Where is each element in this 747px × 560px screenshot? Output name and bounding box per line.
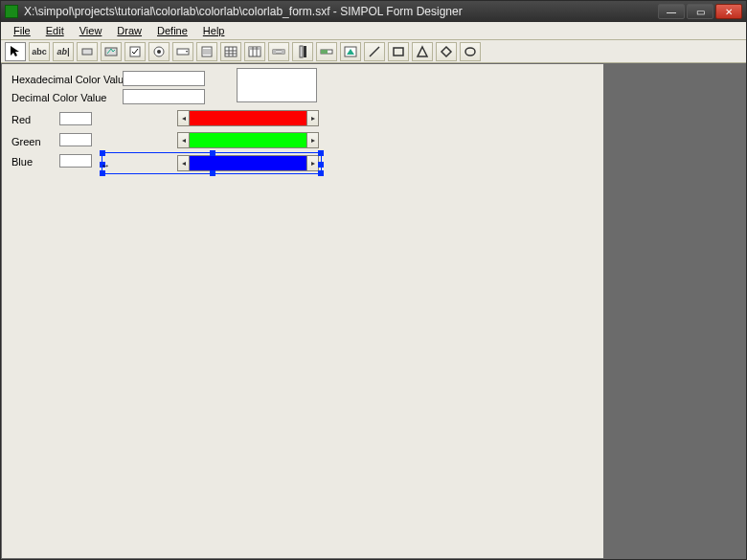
svg-rect-0 — [82, 49, 92, 55]
field-red[interactable] — [59, 112, 92, 125]
svg-rect-23 — [304, 46, 306, 57]
svg-rect-22 — [300, 46, 303, 57]
field-green[interactable] — [59, 133, 92, 146]
scroll-right-green[interactable]: ▸ — [306, 132, 319, 148]
label-blue: Blue — [11, 156, 33, 168]
tool-bitmap-button[interactable] — [101, 42, 122, 61]
tool-scroll-v[interactable] — [292, 42, 313, 61]
svg-point-29 — [465, 48, 475, 56]
workspace[interactable]: Hexadecimal Color Value Decimal Color Va… — [2, 64, 603, 558]
menu-edit[interactable]: Edit — [39, 24, 71, 37]
menu-draw[interactable]: Draw — [110, 24, 148, 37]
right-empty-panel — [601, 64, 745, 558]
window-controls: — ▭ ✕ — [658, 4, 742, 19]
tool-checkbox[interactable] — [124, 42, 146, 61]
svg-rect-10 — [225, 47, 237, 56]
tool-label[interactable]: abc — [29, 42, 50, 61]
tool-datagrid[interactable] — [244, 42, 265, 61]
menu-define[interactable]: Define — [150, 24, 194, 37]
tool-triangle[interactable] — [412, 42, 433, 61]
maximize-button[interactable]: ▭ — [687, 4, 713, 19]
label-hex: Hexadecimal Color Value — [11, 74, 129, 85]
scrollbar-green[interactable]: ◂ ▸ — [177, 132, 319, 148]
svg-rect-20 — [273, 50, 276, 54]
menubar: File Edit View Draw Define Help — [1, 22, 746, 40]
scroll-track-red[interactable] — [190, 110, 306, 126]
toolbar: abc ab| — [1, 40, 746, 63]
app-window: X:\simpol\projects\tutorial\colorlab\col… — [0, 0, 747, 560]
selection-handle-nw[interactable] — [100, 150, 105, 156]
app-icon — [5, 5, 18, 18]
svg-rect-21 — [282, 50, 284, 54]
svg-line-27 — [370, 47, 379, 56]
svg-rect-16 — [249, 47, 260, 50]
menu-file[interactable]: File — [7, 24, 37, 37]
scroll-track-green[interactable] — [190, 132, 306, 148]
tool-button[interactable] — [77, 42, 98, 61]
field-hex[interactable] — [123, 71, 205, 86]
tool-diamond[interactable] — [436, 42, 457, 61]
scroll-right-blue[interactable]: ▸ — [306, 155, 319, 171]
scroll-left-blue[interactable]: ◂ — [177, 155, 190, 171]
resize-cursor-icon: ↔ — [101, 160, 110, 170]
tool-line[interactable] — [364, 42, 385, 61]
svg-point-4 — [157, 50, 161, 54]
tool-combo[interactable] — [172, 42, 193, 61]
minimize-button[interactable]: — — [658, 4, 685, 19]
titlebar[interactable]: X:\simpol\projects\tutorial\colorlab\col… — [1, 1, 746, 22]
label-red: Red — [11, 114, 31, 125]
tool-scroll-h[interactable] — [268, 42, 289, 61]
tool-image[interactable] — [340, 42, 361, 61]
menu-help[interactable]: Help — [196, 24, 232, 37]
form-canvas[interactable]: Hexadecimal Color Value Decimal Color Va… — [2, 64, 603, 560]
selection-handle-sw[interactable] — [100, 170, 105, 176]
tool-gauge[interactable] — [316, 42, 337, 61]
tool-grid[interactable] — [220, 42, 241, 61]
label-green: Green — [11, 136, 41, 147]
tool-rectangle[interactable] — [388, 42, 409, 61]
menu-view[interactable]: View — [73, 24, 109, 37]
scrollbar-red[interactable]: ◂ ▸ — [177, 110, 319, 126]
scrollbar-blue[interactable]: ◂ ▸ — [177, 155, 319, 171]
tool-listbox[interactable] — [196, 42, 217, 61]
close-button[interactable]: ✕ — [715, 4, 742, 19]
svg-rect-28 — [394, 48, 403, 56]
scroll-left-red[interactable]: ◂ — [177, 110, 190, 126]
scroll-right-red[interactable]: ▸ — [306, 110, 319, 126]
scroll-left-green[interactable]: ◂ — [177, 132, 190, 148]
window-title: X:\simpol\projects\tutorial\colorlab\col… — [24, 5, 658, 18]
svg-rect-25 — [321, 50, 328, 54]
label-dec: Decimal Color Value — [11, 92, 106, 103]
color-preview — [237, 68, 317, 102]
tool-textbox[interactable]: ab| — [53, 42, 74, 61]
scroll-track-blue[interactable] — [190, 155, 306, 171]
field-dec[interactable] — [123, 89, 205, 104]
tool-option[interactable] — [148, 42, 170, 61]
tool-pointer[interactable] — [5, 42, 26, 61]
field-blue[interactable] — [59, 154, 92, 168]
tool-ellipse[interactable] — [460, 42, 481, 61]
